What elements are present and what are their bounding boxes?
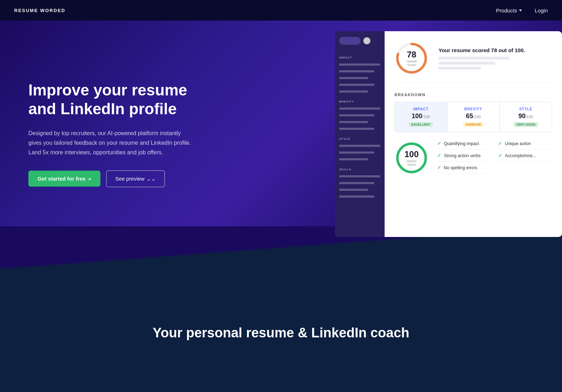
sidebar-style-label: STYLE xyxy=(339,137,380,140)
sidebar-line xyxy=(339,151,374,154)
sidebar-line xyxy=(339,175,380,177)
check-label-strong-action: Strong action verbs xyxy=(444,153,480,158)
check-icon: ✓ xyxy=(437,141,441,146)
hero-content: Improve your resume and LinkedIn profile… xyxy=(0,60,213,208)
dashboard-preview: IMPACT BREVITY STYLE SKILLS xyxy=(335,31,562,237)
bottom-section: Your personal resume & LinkedIn coach xyxy=(0,269,562,392)
sidebar-brevity-label: BREVITY xyxy=(339,100,380,103)
check-icon: ✓ xyxy=(437,153,441,158)
breakdown-card-style: STYLE 90/100 VERY GOOD xyxy=(500,102,552,132)
check-icon: ✓ xyxy=(498,153,502,158)
hero-section: Improve your resume and LinkedIn profile… xyxy=(0,21,562,269)
sidebar-line xyxy=(339,70,374,72)
breakdown-label: BREAKDOWN xyxy=(395,93,552,97)
toggle-pill xyxy=(339,37,360,45)
chevron-down-icon xyxy=(519,10,522,11)
see-preview-button[interactable]: See preview ⌄⌄ xyxy=(106,170,165,187)
sidebar-line xyxy=(339,182,374,184)
sidebar-line xyxy=(339,158,368,160)
bc-score-style: 90/100 xyxy=(506,112,546,120)
sidebar-line xyxy=(339,195,374,198)
sidebar-toggle-row xyxy=(339,37,380,45)
check-label-quantifying: Quantifying impact xyxy=(444,141,479,146)
text-line xyxy=(439,67,481,70)
hero-buttons: Get started for free » See preview ⌄⌄ xyxy=(28,170,192,187)
login-link[interactable]: Login xyxy=(535,7,548,13)
text-line xyxy=(439,57,509,60)
check-icon: ✓ xyxy=(437,165,441,170)
bc-badge-average: AVERAGE xyxy=(463,122,484,127)
bc-title-impact: IMPACT xyxy=(401,107,441,111)
products-label: Products xyxy=(496,7,517,13)
checklist: ✓ Quantifying impact ✓ Unique action ✓ S… xyxy=(437,141,552,173)
impact-score-label: Impact Score xyxy=(403,159,420,166)
sidebar-line xyxy=(339,107,380,110)
bc-badge-excellent: EXCELLENT xyxy=(409,122,433,127)
navbar: RESUME WORDED Products Login xyxy=(0,0,562,21)
text-line xyxy=(439,62,495,65)
sidebar-line xyxy=(339,84,374,86)
sidebar-line xyxy=(339,114,374,116)
check-label-accomplishment: Accomplishme... xyxy=(505,153,536,158)
bottom-title: Your personal resume & LinkedIn coach xyxy=(153,325,409,341)
bc-badge-verygood: VERY GOOD xyxy=(514,122,538,127)
check-label-unique: Unique action xyxy=(505,141,531,146)
impact-score-number: 100 xyxy=(403,149,420,159)
check-item-spelling: ✓ No spelling errors xyxy=(437,165,491,173)
check-label-spelling: No spelling errors xyxy=(444,165,477,170)
breakdown-card-brevity: BREVITY 65/100 AVERAGE xyxy=(447,102,500,132)
sidebar-line xyxy=(339,77,368,79)
overall-score-circle: 78 Overall Score xyxy=(395,41,429,75)
sidebar-line xyxy=(339,90,368,93)
check-icon: ✓ xyxy=(498,141,502,146)
check-item-strong-action: ✓ Strong action verbs xyxy=(437,153,491,161)
sidebar-skills-label: SKILLS xyxy=(339,168,380,171)
score-text-heading: Your resume scored 78 out of 100. xyxy=(439,47,525,53)
hero-title: Improve your resume and LinkedIn profile xyxy=(28,81,192,118)
score-text-block: Your resume scored 78 out of 100. xyxy=(439,47,525,70)
toggle-circle xyxy=(363,37,370,44)
breakdown-cards: IMPACT 100/100 EXCELLENT BREVITY 65/100 … xyxy=(395,102,552,132)
sidebar-panel: IMPACT BREVITY STYLE SKILLS xyxy=(335,31,385,237)
bc-title-brevity: BREVITY xyxy=(453,107,494,111)
hero-description: Designed by top recruiters, our AI-power… xyxy=(28,128,192,158)
overall-score-number: 78 xyxy=(403,50,420,60)
arrows-icon: » xyxy=(88,176,91,182)
get-started-button[interactable]: Get started for free » xyxy=(28,171,100,187)
sidebar-line xyxy=(339,145,380,147)
logo: RESUME WORDED xyxy=(14,8,65,13)
main-panel: 78 Overall Score Your resume scored 78 o… xyxy=(385,31,562,237)
check-item-accomplishment: ✓ Accomplishme... xyxy=(498,153,552,161)
score-section: 78 Overall Score Your resume scored 78 o… xyxy=(395,41,552,83)
impact-section: 100 Impact Score ✓ Quantifying impact ✓ … xyxy=(395,141,552,175)
sidebar-impact-label: IMPACT xyxy=(339,56,380,59)
bc-score-brevity: 65/100 xyxy=(453,112,494,120)
bc-score-impact: 100/100 xyxy=(401,112,441,120)
sidebar-line xyxy=(339,121,368,123)
see-preview-label: See preview xyxy=(115,176,145,182)
sidebar-line xyxy=(339,189,368,191)
nav-right: Products Login xyxy=(496,7,548,13)
overall-score-label: Overall Score xyxy=(403,60,420,67)
sidebar-line xyxy=(339,128,374,130)
breakdown-card-impact: IMPACT 100/100 EXCELLENT xyxy=(395,102,447,132)
check-item-quantifying: ✓ Quantifying impact xyxy=(437,141,491,149)
get-started-label: Get started for free xyxy=(38,176,86,182)
chevron-double-down-icon: ⌄⌄ xyxy=(147,176,156,182)
products-menu[interactable]: Products xyxy=(496,7,522,13)
impact-score-circle: 100 Impact Score xyxy=(395,141,429,175)
bc-title-style: STYLE xyxy=(506,107,546,111)
sidebar-line xyxy=(339,64,380,66)
check-item-unique: ✓ Unique action xyxy=(498,141,552,149)
